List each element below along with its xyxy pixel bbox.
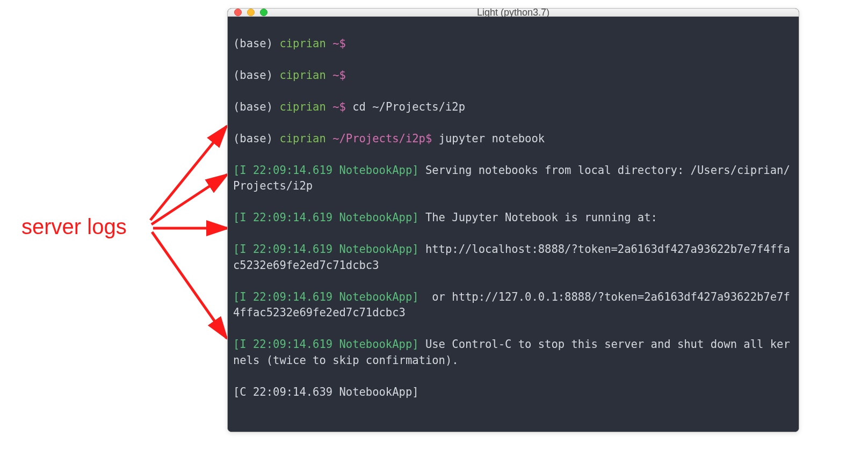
log-tag: [I 22:09:14.619 NotebookApp]	[233, 164, 425, 177]
prompt-user: ciprian	[279, 100, 332, 113]
titlebar[interactable]: Light (python3.7)	[228, 9, 799, 17]
traffic-lights	[234, 9, 267, 16]
prompt-dollar: $	[339, 69, 353, 82]
log-tag: [I 22:09:14.619 NotebookApp]	[233, 338, 425, 351]
log-tag: [I 22:09:14.619 NotebookApp]	[233, 290, 425, 303]
prompt-user: ciprian	[279, 132, 332, 145]
log-msg: The Jupyter Notebook is running at:	[425, 211, 657, 224]
prompt-line-cd: (base) ciprian ~$ cd ~/Projects/i2p	[233, 99, 793, 115]
minimize-icon[interactable]	[247, 9, 255, 16]
log-tag: [I 22:09:14.619 NotebookApp]	[233, 211, 425, 224]
close-icon[interactable]	[234, 9, 242, 16]
log-line: [I 22:09:14.619 NotebookApp] or http://1…	[233, 289, 793, 321]
prompt-path: ~	[332, 100, 339, 113]
prompt-path: ~/Projects/i2p	[332, 132, 425, 145]
prompt-dollar: $	[339, 37, 353, 50]
prompt-dollar: $	[339, 100, 353, 113]
prompt-dollar: $	[425, 132, 439, 145]
log-line-critical: [C 22:09:14.639 NotebookApp]	[233, 384, 793, 401]
prompt-line: (base) ciprian ~$	[233, 68, 793, 84]
prompt-base: (base)	[233, 132, 279, 145]
prompt-base: (base)	[233, 37, 279, 50]
log-tag: [C 22:09:14.639 NotebookApp]	[233, 386, 425, 398]
prompt-path: ~	[332, 37, 339, 50]
annotation-label: server logs	[21, 215, 127, 239]
prompt-base: (base)	[233, 69, 279, 82]
log-line: To access the notebook, open this file i…	[233, 432, 793, 432]
prompt-user: ciprian	[279, 69, 332, 82]
svg-line-0	[150, 126, 227, 220]
log-line: [I 22:09:14.619 NotebookApp] http://loca…	[233, 242, 793, 273]
log-line: [I 22:09:14.619 NotebookApp] Use Control…	[233, 337, 793, 368]
zoom-icon[interactable]	[260, 9, 267, 16]
prompt-user: ciprian	[279, 37, 332, 50]
command-text: jupyter notebook	[439, 132, 545, 145]
command-text: cd ~/Projects/i2p	[352, 100, 465, 113]
prompt-line-jn: (base) ciprian ~/Projects/i2p$ jupyter n…	[233, 131, 793, 147]
svg-line-1	[151, 175, 227, 224]
prompt-base: (base)	[233, 100, 279, 113]
terminal-window: Light (python3.7) (base) ciprian ~$ (bas…	[227, 8, 799, 432]
prompt-line: (base) ciprian ~$	[233, 36, 793, 52]
log-line: [I 22:09:14.619 NotebookApp] The Jupyter…	[233, 210, 793, 226]
prompt-path: ~	[332, 69, 339, 82]
terminal-output[interactable]: (base) ciprian ~$ (base) ciprian ~$ (bas…	[228, 17, 799, 432]
log-line: [I 22:09:14.619 NotebookApp] Serving not…	[233, 163, 793, 194]
log-tag: [I 22:09:14.619 NotebookApp]	[233, 243, 425, 256]
svg-line-3	[152, 232, 227, 338]
